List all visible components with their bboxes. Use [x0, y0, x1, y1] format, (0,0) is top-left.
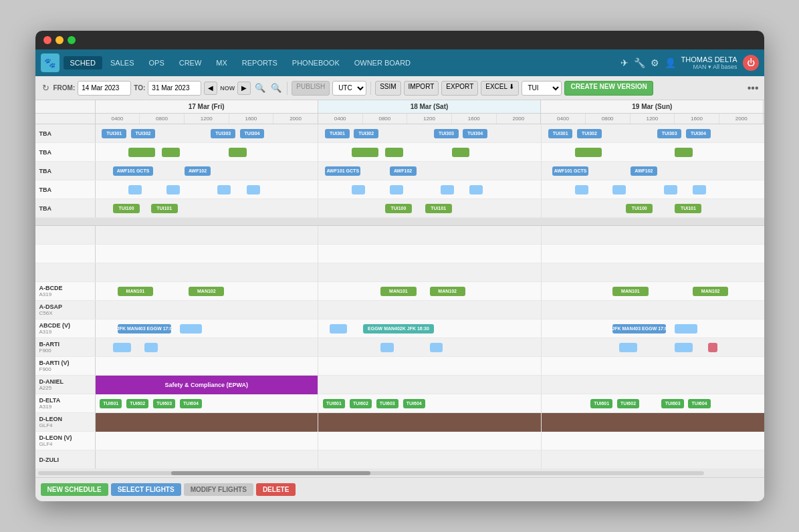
schedule-row-tba2[interactable]: TBA: [35, 143, 764, 162]
flight-block[interactable]: [452, 148, 470, 157]
flight-block[interactable]: TUI603: [376, 399, 398, 408]
now-label[interactable]: NOW: [220, 85, 235, 92]
flight-block[interactable]: MAN101: [380, 287, 416, 296]
flight-block[interactable]: TUI303: [434, 129, 459, 138]
day-cell-d-leon-v-0[interactable]: [96, 432, 319, 450]
day-cell-tba5-1[interactable]: TUI100TUI101: [318, 199, 542, 218]
flight-block[interactable]: [352, 148, 378, 157]
flight-block[interactable]: TUI301: [102, 129, 126, 138]
flight-block[interactable]: [229, 148, 247, 157]
flight-block[interactable]: [180, 324, 202, 334]
scrollbar-thumb[interactable]: [171, 471, 371, 475]
nav-crew[interactable]: CREW: [173, 56, 209, 70]
flight-block[interactable]: [113, 343, 131, 352]
flight-block[interactable]: [708, 343, 717, 352]
flight-block[interactable]: [575, 148, 602, 157]
day-cell-abcde-v-0[interactable]: KJFK MAN403 EGGW 17:00: [96, 319, 319, 338]
schedule-row-tba4[interactable]: TBA: [35, 180, 764, 199]
flight-block[interactable]: TUI101: [151, 204, 178, 213]
schedule-row-a-dsap[interactable]: A-DSAPC56X: [35, 301, 764, 319]
user-icon[interactable]: 👤: [665, 57, 676, 68]
day-cell-d-zuli-1[interactable]: [318, 450, 542, 469]
delete-button[interactable]: DELETE: [256, 483, 296, 496]
prev-arrow[interactable]: ◀: [204, 82, 217, 95]
flight-block[interactable]: MAN102: [189, 287, 224, 296]
flight-block[interactable]: TUI304: [463, 129, 487, 138]
import-button[interactable]: IMPORT: [404, 81, 439, 96]
flight-block[interactable]: [469, 185, 483, 194]
day-cell-empty2-2[interactable]: [542, 245, 764, 263]
flight-block[interactable]: [441, 185, 454, 194]
flight-block[interactable]: [162, 148, 180, 157]
day-cell-a-bcde-2[interactable]: MAN101MAN102: [542, 282, 764, 301]
flight-block[interactable]: TUI601: [323, 399, 345, 408]
tui-select[interactable]: TUI: [522, 81, 562, 96]
flight-block[interactable]: TUI602: [350, 399, 372, 408]
flight-block[interactable]: [612, 185, 626, 194]
flight-block[interactable]: TUI100: [385, 204, 412, 213]
flight-block[interactable]: [352, 185, 365, 194]
new-schedule-button[interactable]: NEW SCHEDULE: [41, 483, 108, 496]
day-cell-tba2-1[interactable]: [318, 143, 542, 162]
flight-block[interactable]: TUI304: [240, 129, 265, 138]
day-cell-d-aniel-2[interactable]: [542, 376, 764, 394]
flight-block[interactable]: [675, 148, 693, 157]
flight-block[interactable]: [217, 185, 231, 194]
flight-block[interactable]: [664, 185, 677, 194]
excel-button[interactable]: EXCEL ⬇: [481, 81, 519, 96]
flight-block[interactable]: [675, 324, 697, 334]
horizontal-scrollbar[interactable]: [35, 469, 764, 477]
flight-block[interactable]: [247, 185, 260, 194]
schedule-row-tba5[interactable]: TBATUI100TUI101TUI100TUI101TUI100TUI101: [35, 199, 764, 218]
day-cell-a-bcde-1[interactable]: MAN101MAN102: [318, 282, 542, 301]
nav-mx[interactable]: MX: [209, 56, 234, 70]
flight-block[interactable]: AWF101 GCTS: [552, 166, 588, 176]
more-button[interactable]: •••: [748, 82, 759, 94]
flight-block[interactable]: [128, 185, 142, 194]
from-date-input[interactable]: [78, 81, 131, 96]
flight-block[interactable]: TUI101: [675, 204, 701, 213]
flight-block[interactable]: EGGW MAN402K JFK 16:30: [363, 324, 434, 334]
nav-sales[interactable]: SALES: [104, 56, 140, 70]
flight-block[interactable]: TUI303: [657, 129, 682, 138]
schedule-row-d-aniel[interactable]: D-ANIELA225Safety & Compliance (EPWA): [35, 376, 764, 394]
flight-block[interactable]: AWF101 GCTS: [325, 166, 360, 176]
schedule-row-abcde-v[interactable]: ABCDE (V)A319KJFK MAN403 EGGW 17:00EGGW …: [35, 319, 764, 338]
schedule-row-b-arti-v[interactable]: B-ARTI (V)F900: [35, 357, 764, 376]
day-cell-empty1-1[interactable]: [318, 226, 542, 245]
flight-block[interactable]: [675, 343, 693, 352]
day-cell-tba3-2[interactable]: AWF101 GCTSAWF102: [542, 162, 764, 180]
day-cell-a-dsap-2[interactable]: [542, 301, 764, 319]
flight-block[interactable]: [128, 148, 155, 157]
schedule-row-a-bcde[interactable]: A-BCDEA319MAN101MAN102MAN101MAN102MAN101…: [35, 282, 764, 301]
schedule-row-d-zuli[interactable]: D-ZULI: [35, 450, 764, 469]
schedule-row-tba1[interactable]: TBATUI301TUI302TUI303TUI304TUI301TUI302T…: [35, 124, 764, 143]
flight-block[interactable]: AWF102: [631, 166, 657, 176]
flight-block[interactable]: TUI100: [113, 204, 140, 213]
minimize-dot[interactable]: [55, 36, 64, 44]
schedule-row-empty2[interactable]: [35, 245, 764, 263]
day-cell-b-arti-v-1[interactable]: [318, 357, 542, 376]
day-cell-d-leon-1[interactable]: [318, 413, 542, 432]
day-cell-tba5-2[interactable]: TUI100TUI101: [542, 199, 764, 218]
schedule-row-empty1[interactable]: [35, 226, 764, 245]
day-cell-empty2-1[interactable]: [318, 245, 542, 263]
power-button[interactable]: ⏻: [743, 55, 759, 71]
flight-block[interactable]: [330, 324, 348, 334]
flight-block[interactable]: TUI301: [325, 129, 350, 138]
day-cell-empty3-0[interactable]: [96, 263, 319, 282]
ssim-button[interactable]: SSIM: [375, 81, 401, 96]
flight-block[interactable]: TUI601: [100, 399, 122, 408]
day-cell-abcde-v-1[interactable]: EGGW MAN402K JFK 16:30: [318, 319, 542, 338]
gear-icon[interactable]: ⚙: [651, 57, 659, 68]
day-cell-d-elta-2[interactable]: TUI601TUI602TUI603TUI604: [542, 394, 764, 413]
day-cell-a-bcde-0[interactable]: MAN101MAN102: [96, 282, 319, 301]
day-cell-tba3-0[interactable]: AWF101 GCTSAWF102: [96, 162, 319, 180]
refresh-icon[interactable]: ↻: [41, 82, 51, 94]
nav-reports[interactable]: REPORTS: [235, 56, 284, 70]
day-cell-tba1-2[interactable]: TUI301TUI302TUI303TUI304: [542, 124, 764, 143]
flight-block[interactable]: TUI302: [577, 129, 602, 138]
utc-select[interactable]: UTC: [332, 81, 366, 96]
flight-block[interactable]: TUI602: [617, 399, 639, 408]
day-cell-tba1-0[interactable]: TUI301TUI302TUI303TUI304: [96, 124, 319, 143]
